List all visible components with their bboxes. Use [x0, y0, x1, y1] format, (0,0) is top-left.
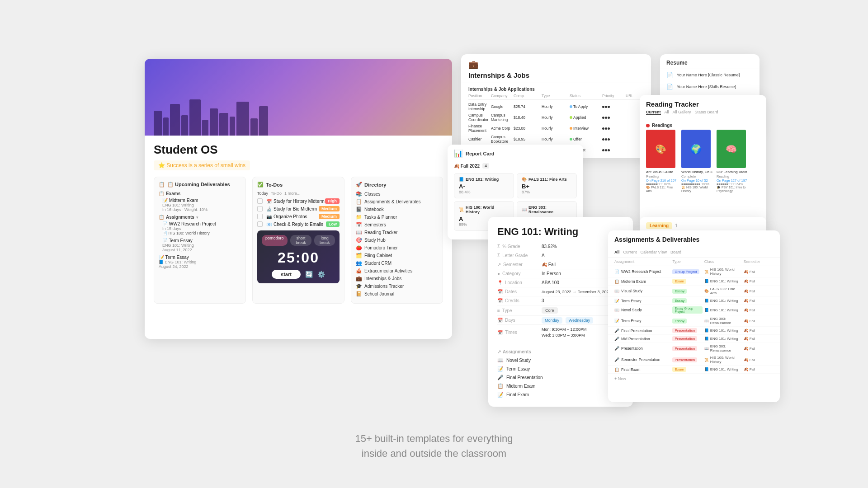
book-learning-brain[interactable]: 🧠 Our Learning Brain Reading On Page 127…	[717, 130, 748, 192]
eng-credits-row: 📅 Credits 3	[497, 296, 624, 305]
dir-crm[interactable]: 👥Student CRM	[356, 260, 438, 266]
tab-status[interactable]: Status Board	[695, 110, 718, 115]
final-presentation-item[interactable]: 🎤Final Presentation	[497, 373, 624, 382]
table-row: Data Entry InternshipGoogle$25.74Hourly …	[468, 101, 644, 112]
directory-title: 🚀Directory	[356, 182, 438, 188]
monday-badge: Monday	[542, 317, 562, 324]
more-tab[interactable]: 1 more...	[284, 191, 301, 196]
tab-gallery[interactable]: All Gallery	[673, 110, 691, 115]
todo-bio: 🔬 Study for Bio Midterm Medium	[257, 206, 340, 211]
bottom-text: 15+ built-in templates for everything in…	[355, 431, 513, 461]
screenshots-container: Student OS ⭐ Success is a series of smal…	[118, 41, 750, 447]
table-row[interactable]: 📝Term Essay Essay 📖ENG 303: Renaissance …	[608, 315, 780, 327]
term-essay-item[interactable]: 📝Term Essay	[497, 365, 624, 373]
internships-card: 💼 Internships & Jobs Internships & Job A…	[461, 54, 651, 158]
short-break-tab[interactable]: short break	[290, 235, 312, 246]
tab-current[interactable]: Current	[646, 110, 661, 115]
course-fals-arts[interactable]: 🎨FALS 111: Fine Arts B+ 87%	[517, 173, 577, 198]
pomodoro-tab[interactable]: pomodoro	[262, 235, 288, 246]
exams-label: 📋 Exams 📝 Midterm Exam ENG 101: Writing …	[159, 191, 241, 212]
core-badge: Core	[542, 307, 558, 314]
dir-semesters[interactable]: 📅Semesters	[356, 222, 438, 228]
eng-times-row: 📅 Times Mon: 9:30AM – 12:00PMWed: 1:00PM…	[497, 325, 624, 340]
bottom-text-line2: inside and outside the classroom	[355, 446, 513, 461]
novel-study-item[interactable]: 📖Novel Study	[497, 356, 624, 365]
final-exam-item[interactable]: 📝Final Exam	[497, 390, 624, 399]
assignments-section: 📋 Assignments ▾ 📄 WW2 Research Project I…	[159, 215, 241, 252]
dir-filing[interactable]: 🗂️Filing Cabinet	[356, 253, 438, 258]
table-row[interactable]: 📖Visual Study Essay 🎨FALS 111: Fine Arts…	[608, 286, 780, 297]
filter-all[interactable]: All	[614, 250, 620, 254]
upcoming-section: 📋📋 Upcoming Deliverables 📋 Exams 📝 Midte…	[154, 177, 246, 304]
table-row[interactable]: 🎤Mid Presentation Presentation 📘ENG 101:…	[608, 335, 780, 343]
dir-assignments[interactable]: 📋Assignments & Deliverables	[356, 199, 438, 205]
tab-all[interactable]: All	[665, 110, 669, 115]
eng-type-row: ≡ Type Core	[497, 305, 624, 316]
dir-notebook[interactable]: 📓Notebook	[356, 206, 438, 212]
dir-extracurricular[interactable]: 🎪Extracurricular Activities	[356, 268, 438, 274]
table-row[interactable]: 🎤Presentation Presentation 📖ENG 303: Ren…	[608, 343, 780, 354]
dir-admissions[interactable]: 🎓Admissions Tracker	[356, 283, 438, 289]
learning-badge: Learning	[646, 222, 672, 229]
dir-journal[interactable]: 📔School Journal	[356, 291, 438, 297]
dir-reading[interactable]: 📖Reading Tracker	[356, 230, 438, 235]
settings-icon[interactable]: ⚙️	[317, 271, 325, 278]
filter-board[interactable]: Board	[670, 250, 681, 254]
todo-history: 📅 Study for History Midterm High	[257, 198, 340, 204]
todo-photos: 📷 Organize Photos Medium	[257, 214, 340, 219]
dir-classes[interactable]: 📚Classes	[356, 191, 438, 197]
pomodoro-widget: pomodoro short break long break 25:00 st…	[257, 230, 340, 283]
hero-image	[145, 59, 452, 136]
table-header: PositionCompanyComp.TypeStatusPriorityUR…	[468, 94, 644, 100]
report-header: 📊 Report Card	[448, 145, 583, 160]
reading-header: Reading Tracker Current All All Gallery …	[640, 95, 766, 119]
table-row[interactable]: 📄WW2 Research Project Group Project 📜HIS…	[608, 266, 780, 277]
table-row[interactable]: 🎤Final Presentation Presentation 📘ENG 10…	[608, 327, 780, 335]
resume-doc-icon: 📄	[666, 72, 673, 78]
table-row: CashierCampus Bookstore$18.95Hourly Offe…	[468, 134, 644, 145]
assign-filter-row: All Current Calendar View Board	[608, 247, 780, 258]
dir-tasks[interactable]: 📁Tasks & Planner	[356, 214, 438, 220]
assign-title: Assignments & Deliverables	[614, 236, 774, 243]
resume-item-1[interactable]: 📄 Your Name Here [Classic Resume]	[660, 69, 760, 81]
assignments-deliverables-card: Assignments & Deliverables All Current C…	[608, 230, 780, 402]
table-row: Finance PlacementAcme Corp$23.00Hourly I…	[468, 123, 644, 134]
learning-count: 1	[675, 223, 678, 228]
book-world-history[interactable]: 🌍 World History, Ch 3 Complete On Page 1…	[681, 130, 713, 192]
long-break-tab[interactable]: long break	[314, 235, 335, 246]
course-eng-writing[interactable]: 📘ENG 101: Writing A- 88.4%	[454, 173, 514, 198]
table-row[interactable]: 🎤Semester Presentation Presentation 📜HIS…	[608, 354, 780, 366]
filter-calendar[interactable]: Calendar View	[641, 250, 667, 254]
table-row[interactable]: 📝Term Essay Essay 📘ENG 101: Writing 🍂Fal…	[608, 297, 780, 305]
table-row[interactable]: 📋Final Exam Exam 📘ENG 101: Writing 🍂Fall	[608, 366, 780, 374]
table-row[interactable]: 📋Midterm Exam Exam 📘ENG 101: Writing 🍂Fa…	[608, 277, 780, 286]
internships-title: Internships & Jobs	[468, 71, 644, 79]
table-section-title: Internships & Job Applications	[468, 87, 644, 92]
eng-dates-row: 📅 Dates August 23, 2022 → December 3, 20…	[497, 287, 624, 296]
dir-internships[interactable]: 💼Internships & Jobs	[356, 276, 438, 282]
midterm-exam-item[interactable]: 📋Midterm Exam	[497, 382, 624, 390]
report-icon: 📊	[454, 149, 463, 158]
new-row-button[interactable]: + New	[608, 374, 780, 384]
bottom-text-line1: 15+ built-in templates for everything	[355, 431, 513, 446]
table-row[interactable]: 📖Novel Study Essay Group Project 📘ENG 10…	[608, 305, 780, 315]
todo-tab[interactable]: To-Do	[271, 191, 282, 196]
dir-pomodoro[interactable]: 🍅Pomodoro Timer	[356, 245, 438, 251]
student-os-card: Student OS ⭐ Success is a series of smal…	[145, 59, 452, 339]
os-title: Student OS	[154, 143, 443, 157]
book-art-title: Art: Visual Guide	[646, 170, 678, 174]
todos-title: ✅To-Dos	[257, 182, 340, 188]
todo-emails: 📧 Check & Reply to Emails Low	[257, 221, 340, 227]
book-history-title: World History, Ch 3	[681, 170, 713, 174]
resume-item-2[interactable]: 📄 Your Name Here [Skills Resume]	[660, 81, 760, 93]
start-button[interactable]: start	[272, 270, 301, 279]
today-tab[interactable]: Today	[257, 191, 268, 196]
dir-study[interactable]: 🎯Study Hub	[356, 237, 438, 243]
filter-current[interactable]: Current	[623, 250, 637, 254]
book-brain-meta: Reading	[717, 174, 748, 178]
reading-tracker-card: Reading Tracker Current All All Gallery …	[640, 95, 766, 226]
page-background: Student OS ⭐ Success is a series of smal…	[0, 0, 868, 488]
refresh-icon[interactable]: 🔄	[305, 271, 313, 278]
eng-days-row: 📅 Days Monday Wednesday	[497, 316, 624, 325]
book-art[interactable]: 🎨 Art: Visual Guide Reading On Page 210 …	[646, 130, 678, 192]
